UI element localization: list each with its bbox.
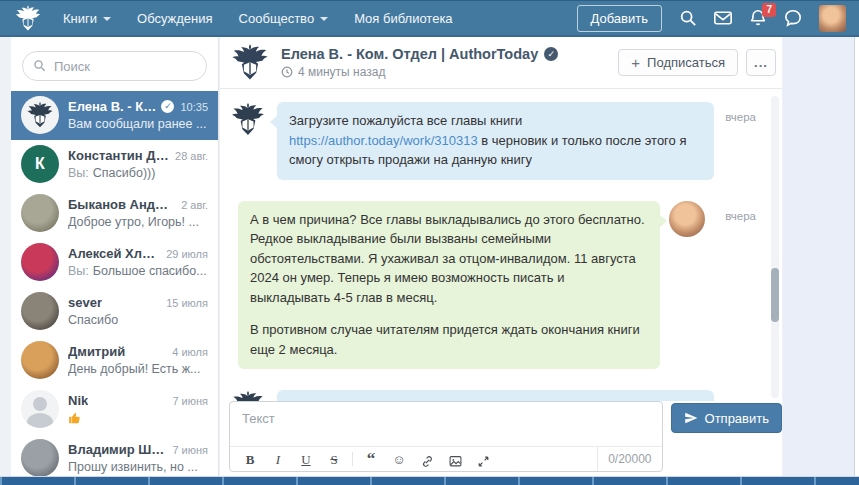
nav-item-my-library[interactable]: Моя библиотека xyxy=(354,11,452,26)
nav-item-label: Обсуждения xyxy=(137,11,213,26)
thumbs-up-icon xyxy=(68,411,82,425)
emoji-button[interactable]: ☺ xyxy=(385,448,413,471)
dialog-item[interactable]: Алексей Хлопцев29 июляВы:Большое спасибо… xyxy=(11,238,218,287)
dialog-preview: Вы:Спасибо))) xyxy=(68,166,208,180)
chat-avatar[interactable] xyxy=(229,43,271,82)
strikethrough-button[interactable]: S xyxy=(320,448,348,471)
last-seen: 4 минуты назад xyxy=(281,65,558,79)
authortoday-logo-icon[interactable] xyxy=(13,5,43,32)
avatar xyxy=(21,194,59,232)
link-button[interactable] xyxy=(413,450,441,468)
dialog-preview: Прошу извинить, но ... xyxy=(68,460,208,474)
dialog-name: Алексей Хлопцев xyxy=(68,246,160,261)
avatar[interactable] xyxy=(229,390,267,401)
preview-text: Спасибо xyxy=(68,313,118,327)
send-button[interactable]: Отправить xyxy=(671,403,782,433)
main-nav: КнигиОбсужденияСообществоМоя библиотека xyxy=(63,11,453,26)
scrollbar-thumb[interactable] xyxy=(771,268,779,322)
mail-icon[interactable] xyxy=(714,9,732,27)
nav-item-books[interactable]: Книги xyxy=(63,11,111,26)
dialog-item[interactable]: Елена В. - Ком. ...✓10:35Вам сообщали ра… xyxy=(11,91,218,140)
dialog-time: 7 июня xyxy=(166,395,208,407)
search-icon[interactable] xyxy=(679,9,697,27)
chat-header: Елена В. - Ком. Отдел | AuthorToday ✓ 4 … xyxy=(220,37,782,89)
nav-item-community[interactable]: Сообщество xyxy=(239,11,329,26)
paper-plane-icon xyxy=(684,411,698,425)
message-bubble: Загрузите пожалуйста все главы книги htt… xyxy=(277,102,714,180)
dialog-name: sever xyxy=(68,295,102,310)
composer-toolbar: BIUS“☺0/20000 xyxy=(230,446,662,471)
last-seen-text: 4 минуты назад xyxy=(298,65,385,79)
top-navigation-bar: КнигиОбсужденияСообществоМоя библиотека … xyxy=(0,0,859,37)
dialog-item[interactable]: Быканов Андре...2 авг.Доброе утро, Игорь… xyxy=(11,189,218,238)
dialog-item[interactable]: Владимир Шкр...7 июняПрошу извинить, но … xyxy=(11,434,218,477)
preview-text: День добрый! Есть ж... xyxy=(68,362,201,376)
nav-item-label: Сообщество xyxy=(239,11,315,26)
notifications-bell[interactable]: 7 xyxy=(749,9,767,27)
user-avatar[interactable] xyxy=(819,5,846,32)
more-options-button[interactable]: ... xyxy=(746,49,776,76)
message-composer: BIUS“☺0/20000 Отправить xyxy=(220,401,782,477)
chevron-down-icon xyxy=(103,17,111,21)
verified-badge-icon: ✓ xyxy=(544,47,558,61)
dialog-preview: Вам сообщали ранее ... xyxy=(68,117,208,131)
message: Загрузите пожалуйста все главы книги htt… xyxy=(229,102,756,180)
dialog-list: Елена В. - Ком. ...✓10:35Вам сообщали ра… xyxy=(11,91,218,477)
preview-text: Прошу извинить, но ... xyxy=(68,460,198,474)
avatar xyxy=(21,96,59,134)
underline-button[interactable]: U xyxy=(292,448,320,471)
dialog-preview: Вы:Большое спасибо... xyxy=(68,264,208,278)
dialog-item[interactable]: Дмитрий4 июляДень добрый! Есть ж... xyxy=(11,336,218,385)
avatar: К xyxy=(21,145,59,183)
nav-item-discussions[interactable]: Обсуждения xyxy=(137,11,213,26)
message-input[interactable] xyxy=(230,402,662,446)
chat-scrollbar[interactable] xyxy=(771,96,779,398)
avatar[interactable] xyxy=(669,201,705,237)
dialog-name: Nik xyxy=(68,393,88,408)
bold-button[interactable]: B xyxy=(236,448,264,471)
dialog-time: 7 июня xyxy=(166,444,208,456)
fullscreen-button[interactable] xyxy=(469,450,497,468)
messages-area: Загрузите пожалуйста все главы книги htt… xyxy=(220,89,782,401)
topbar-controls: Добавить 7 xyxy=(577,5,846,32)
dialog-time: 2 авг. xyxy=(175,199,208,211)
message: А в чем причина? Все главы выкладывались… xyxy=(229,201,756,370)
add-button[interactable]: Добавить xyxy=(577,5,662,32)
subscribe-button[interactable]: + Подписаться xyxy=(618,49,738,76)
dialog-item[interactable]: Nik7 июня xyxy=(11,385,218,434)
chat-title-text: Елена В. - Ком. Отдел | AuthorToday xyxy=(281,46,538,62)
dialog-item[interactable]: sever15 июляСпасибо xyxy=(11,287,218,336)
verified-badge-icon: ✓ xyxy=(161,100,174,113)
message-time: 09:38 xyxy=(714,390,756,401)
message: Здравствуйте ! Так как вы ранее нарушили… xyxy=(229,390,756,401)
nav-item-label: Моя библиотека xyxy=(354,11,452,26)
avatar[interactable] xyxy=(229,102,267,137)
dialog-name: Владимир Шкр... xyxy=(68,442,166,457)
dialog-item[interactable]: ККонстантин Дз...28 авг.Вы:Спасибо))) xyxy=(11,140,218,189)
you-prefix: Вы: xyxy=(68,166,89,180)
link-icon xyxy=(421,455,434,468)
dialogs-sidebar: Елена В. - Ком. ...✓10:35Вам сообщали ра… xyxy=(11,37,219,477)
messages-icon[interactable] xyxy=(784,9,802,27)
dialog-time: 29 июля xyxy=(160,248,208,260)
background-window-strip xyxy=(0,476,859,485)
message-bubble: А в чем причина? Все главы выкладывались… xyxy=(238,201,660,370)
chat-panel: Елена В. - Ком. Отдел | AuthorToday ✓ 4 … xyxy=(220,37,782,477)
chat-title: Елена В. - Ком. Отдел | AuthorToday ✓ xyxy=(281,46,558,62)
search-input[interactable] xyxy=(22,51,207,81)
avatar xyxy=(21,243,59,281)
avatar xyxy=(21,439,59,477)
message-text: А в чем причина? Все главы выкладывались… xyxy=(250,212,645,305)
page-background xyxy=(783,37,855,477)
you-prefix: Вы: xyxy=(68,264,89,278)
quote-button[interactable]: “ xyxy=(357,444,385,472)
dialog-time: 15 июля xyxy=(160,297,208,309)
message-link[interactable]: https://author.today/work/310313 xyxy=(289,133,478,148)
image-button[interactable] xyxy=(441,450,469,468)
preview-text: Доброе утро, Игорь! ... xyxy=(68,215,199,229)
fullscreen-icon xyxy=(477,455,490,468)
dialog-time: 4 июля xyxy=(166,346,208,358)
dialog-preview xyxy=(68,411,208,425)
dialog-name: Быканов Андре... xyxy=(68,197,175,212)
italic-button[interactable]: I xyxy=(264,448,292,471)
